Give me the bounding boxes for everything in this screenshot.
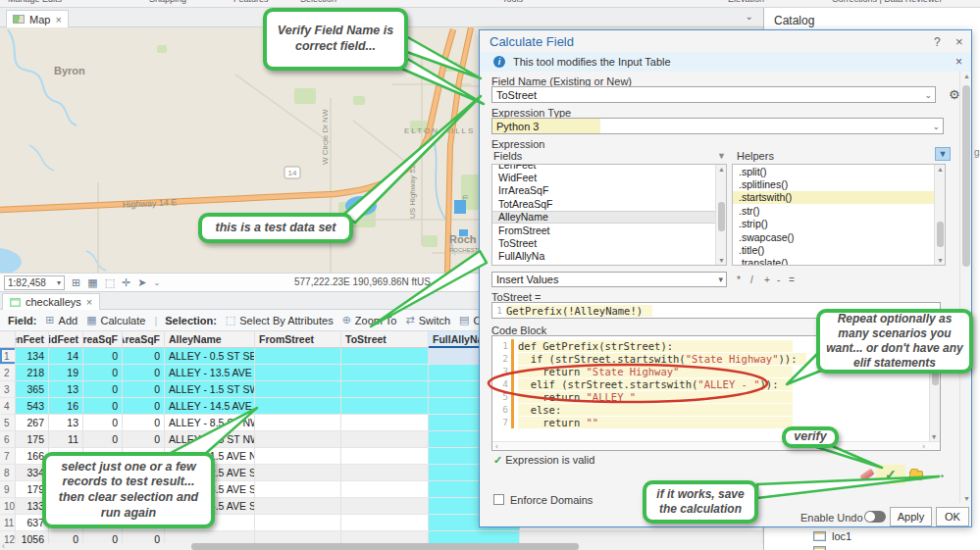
table-cell[interactable]: 0 [123,348,165,365]
scroll-up-icon[interactable]: ▲ [718,166,725,173]
chevron-down-icon[interactable]: ▾ [718,275,723,284]
table-cell[interactable]: 543 [16,398,49,415]
tab-map[interactable]: Map × [6,10,69,27]
operator-multiply[interactable]: * [737,275,741,285]
enable-undo-toggle[interactable] [864,511,886,523]
gear-icon[interactable]: ⚙ [949,87,960,102]
scroll-down-icon[interactable]: ▼ [963,495,970,502]
table-cell[interactable]: ALLEY - 14.5 AVE SW [165,398,255,415]
chevron-down-icon[interactable]: ⌄ [932,122,940,131]
crosshair-icon[interactable]: ✛ [122,276,130,289]
table-cell[interactable]: 11 [49,431,83,448]
column-header[interactable]: TotAreaSqF [123,331,165,348]
operator-plus[interactable]: + [764,275,770,285]
row-number[interactable]: 5 [0,415,16,431]
add-feature-icon[interactable]: ⊞ [72,276,80,289]
table-cell[interactable]: ALLEY - 1.5 ST SW [165,381,255,398]
close-icon[interactable]: × [955,55,962,69]
table-cell[interactable]: 0 [123,381,165,398]
column-header[interactable]: FromStreet [255,331,341,348]
switch-selection-button[interactable]: ⇄Switch [405,314,450,326]
row-number[interactable]: 7 [0,448,16,465]
table-cell[interactable] [341,498,429,515]
table-cell[interactable] [255,515,341,531]
table-cell[interactable] [341,348,429,365]
table-cell[interactable] [255,481,341,498]
table-cell[interactable] [255,348,341,365]
row-number[interactable]: 11 [0,515,16,531]
table-cell[interactable] [341,398,429,415]
table-cell[interactable]: 175 [16,431,49,448]
run-arrow-icon[interactable]: → [932,465,947,481]
grid-icon[interactable]: ▦ [87,276,97,289]
helpers-listbox[interactable]: .split().splitlines().startswith().str()… [732,164,946,266]
navigate-icon[interactable]: ➤ [137,276,146,289]
table-cell[interactable] [255,398,341,415]
table-cell[interactable]: 0 [83,415,123,431]
table-cell[interactable]: 0 [83,381,123,398]
scrollbar-thumb[interactable] [191,543,579,550]
column-header[interactable]: AlleyName [165,331,255,348]
close-icon[interactable]: × [955,34,963,49]
table-cell[interactable] [255,381,341,398]
column-header[interactable]: LenFeet [16,331,49,348]
helpers-list-item[interactable]: .startswith() [733,191,945,204]
row-number[interactable]: 3 [0,381,16,398]
table-cell[interactable]: 0 [123,431,165,448]
fields-list-item[interactable]: FromStreet [492,224,726,236]
table-cell[interactable]: 13 [49,381,83,398]
select-tool-icon[interactable]: ⬚ [105,276,115,289]
row-number[interactable]: 9 [0,481,16,498]
helpers-list-item[interactable]: .title() [733,243,945,256]
table-cell[interactable]: 0 [123,398,165,415]
row-number[interactable]: 6 [0,431,16,448]
table-cell[interactable]: 0 [123,365,165,381]
chevron-down-icon[interactable]: ⌄ [153,278,160,287]
erase-icon[interactable] [859,469,874,482]
calculate-button[interactable]: ▦Calculate [86,314,145,326]
helpers-list-item[interactable]: .swapcase() [733,230,945,243]
table-cell[interactable] [341,365,429,381]
scroll-up-icon[interactable]: ▲ [937,166,944,173]
helpers-list-item[interactable]: .splitlines() [733,177,945,190]
zoom-to-button[interactable]: ⊕Zoom To [342,314,397,326]
table-cell[interactable] [341,515,429,531]
filter-icon[interactable]: ▼ [717,151,726,161]
dialog-scrollbar[interactable]: ▲ ▼ [959,72,971,503]
folder-icon[interactable] [909,471,923,480]
scroll-down-icon[interactable]: ▼ [937,257,944,264]
table-cell[interactable]: 0 [83,431,123,448]
close-icon[interactable]: × [86,297,92,307]
table-cell[interactable]: 218 [16,365,49,381]
table-cell[interactable] [341,448,429,465]
scale-combobox[interactable]: 1:82,458 ▾ [4,275,65,290]
helpers-list-item[interactable]: .split() [733,165,945,177]
fields-list-item[interactable]: WidFeet [492,171,726,183]
scroll-down-icon[interactable]: ▼ [718,257,725,264]
apply-button[interactable]: Apply [890,507,932,526]
add-field-button[interactable]: ⊞Add [45,314,77,326]
row-number[interactable]: 1 [0,348,16,365]
field-name-combobox[interactable]: ToStreet ⌄ [491,86,936,103]
operator-minus[interactable]: - [777,275,780,285]
table-cell[interactable] [341,481,429,498]
helpers-scrollbar[interactable]: ▲ ▼ [934,165,945,265]
table-cell[interactable]: 0 [83,365,123,381]
table-cell[interactable]: 13 [49,415,83,431]
table-cell[interactable] [341,381,429,398]
chevron-down-icon[interactable]: ⌄ [434,278,440,287]
table-cell[interactable]: 267 [16,415,49,431]
operator-equals[interactable]: = [789,275,795,285]
scrollbar-thumb[interactable] [718,202,725,231]
fields-scrollbar[interactable]: ▲ ▼ [715,165,726,265]
table-cell[interactable]: ALLEY - 9.5 ST NW [165,431,255,448]
table-cell[interactable] [255,431,341,448]
helpers-list-item[interactable]: .translate() [733,257,945,266]
row-number[interactable]: 4 [0,398,16,415]
chevron-down-icon[interactable]: ⌄ [924,90,932,100]
table-cell[interactable]: ALLEY - 8.5 ST NW [165,415,255,431]
table-cell[interactable]: ALLEY - 0.5 ST SE [165,348,255,365]
fields-listbox[interactable]: LenFeetWidFeetIrrAreaSqFTotAreaSqFAlleyN… [491,164,727,266]
scrollbar-thumb[interactable] [937,222,944,247]
tab-checkalleys[interactable]: checkalleys × [2,293,100,310]
